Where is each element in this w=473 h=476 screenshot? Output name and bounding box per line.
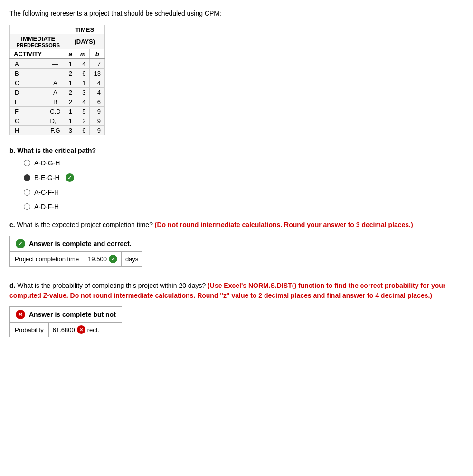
part-b-label: b. What is the critical path? — [9, 147, 464, 154]
part-d-suffix: rect. — [87, 326, 99, 333]
b-cell: 9 — [90, 107, 104, 116]
a-cell: 3 — [65, 126, 76, 135]
predecessors-cell: F,G — [46, 126, 65, 135]
a-cell: 2 — [65, 97, 76, 107]
part-c-answer-box: ✓ Answer is complete and correct. Projec… — [9, 236, 142, 267]
activity-cell: B — [10, 69, 46, 78]
activity-col-header: ACTIVITY — [10, 49, 46, 59]
part-d-answer-box: ✕ Answer is complete but not Probability… — [9, 306, 122, 337]
activity-cell: D — [10, 88, 46, 97]
a-cell: 1 — [65, 59, 76, 69]
part-c-field-value: 19.500 ✓ — [84, 252, 121, 266]
table-row: B — 2 6 13 — [10, 69, 105, 78]
m-cell: 1 — [76, 78, 90, 88]
part-d-answer-header: ✕ Answer is complete but not — [10, 307, 122, 323]
b-cell: 6 — [90, 97, 104, 107]
table-row: D A 2 3 4 — [10, 88, 105, 97]
part-d-field-value: 61.6800 ✕ rect. — [49, 323, 103, 337]
incorrect-icon: ✕ — [16, 310, 25, 319]
b-cell: 9 — [90, 126, 104, 135]
b-cell: 4 — [90, 88, 104, 97]
b-cell: 4 — [90, 78, 104, 88]
a-cell: 1 — [65, 78, 76, 88]
part-d-status: Answer is complete but not — [29, 311, 116, 318]
activity-cell: C — [10, 78, 46, 88]
part-c-value-check-icon: ✓ — [109, 255, 117, 263]
predecessors-cell: A — [46, 78, 65, 88]
m-cell: 6 — [76, 126, 90, 135]
table-row: H F,G 3 6 9 — [10, 126, 105, 135]
radio-label: A-D-G-H — [34, 159, 60, 167]
b-cell: 9 — [90, 116, 104, 126]
radio-option-opt2[interactable]: B-E-G-H✓ — [24, 173, 464, 182]
days-header: (DAYS) — [65, 34, 104, 49]
b-cell: 7 — [90, 59, 104, 69]
predecessors-col-header — [46, 49, 65, 59]
radio-correct-icon: ✓ — [66, 173, 74, 182]
radio-circle — [24, 203, 30, 210]
a-cell: 1 — [65, 107, 76, 116]
radio-circle — [24, 174, 30, 181]
part-d-section: d. What is the probability of completing… — [9, 281, 464, 342]
intro-text: The following represents a project that … — [9, 10, 464, 17]
a-cell: 1 — [65, 116, 76, 126]
predecessors-cell: B — [46, 97, 65, 107]
a-cell: 2 — [65, 69, 76, 78]
radio-label: A-D-F-H — [34, 203, 59, 210]
m-cell: 4 — [76, 59, 90, 69]
activity-cell: H — [10, 126, 46, 135]
predecessors-cell: — — [46, 69, 65, 78]
radio-circle — [24, 160, 30, 166]
predecessors-cell: C,D — [46, 107, 65, 116]
a-col-header: a — [65, 49, 76, 59]
part-d-answer-content: Probability 61.6800 ✕ rect. — [10, 323, 122, 337]
part-d-question: d. What is the probability of completing… — [9, 281, 464, 301]
radio-label: A-C-F-H — [34, 189, 59, 196]
m-cell: 2 — [76, 116, 90, 126]
predecessors-header: IMMEDIATE PREDECESSORS — [10, 34, 65, 49]
part-d-field-label: Probability — [10, 323, 49, 337]
activity-cell: F — [10, 107, 46, 116]
correct-icon: ✓ — [16, 239, 25, 248]
a-cell: 2 — [65, 88, 76, 97]
radio-group-b: A-D-G-HB-E-G-H✓A-C-F-HA-D-F-H — [24, 159, 464, 210]
part-c-status: Answer is complete and correct. — [29, 240, 132, 248]
m-cell: 3 — [76, 88, 90, 97]
times-header: TIMES — [65, 25, 104, 35]
m-col-header: m — [76, 49, 90, 59]
predecessors-cell: A — [46, 88, 65, 97]
activity-cell: E — [10, 97, 46, 107]
table-row: C A 1 1 4 — [10, 78, 105, 88]
m-cell: 4 — [76, 97, 90, 107]
part-c-section: c. What is the expected project completi… — [9, 220, 464, 271]
radio-option-opt4[interactable]: A-D-F-H — [24, 203, 464, 210]
radio-option-opt3[interactable]: A-C-F-H — [24, 189, 464, 196]
m-cell: 5 — [76, 107, 90, 116]
part-c-field-unit: days — [121, 252, 142, 266]
table-row: A — 1 4 7 — [10, 59, 105, 69]
predecessors-cell: — — [46, 59, 65, 69]
radio-circle — [24, 189, 30, 196]
b-cell: 13 — [90, 69, 104, 78]
m-cell: 6 — [76, 69, 90, 78]
activity-cell: G — [10, 116, 46, 126]
table-row: E B 2 4 6 — [10, 97, 105, 107]
table-row: F C,D 1 5 9 — [10, 107, 105, 116]
cpm-table: TIMES IMMEDIATE PREDECESSORS (DAYS) ACTI… — [9, 25, 105, 135]
radio-option-opt1[interactable]: A-D-G-H — [24, 159, 464, 167]
part-c-field-label: Project completion time — [10, 252, 84, 266]
part-c-question: c. What is the expected project completi… — [9, 220, 464, 230]
activity-cell: A — [10, 59, 46, 69]
predecessors-cell: D,E — [46, 116, 65, 126]
radio-label: B-E-G-H — [34, 174, 60, 181]
table-row: G D,E 1 2 9 — [10, 116, 105, 126]
part-d-value-x-icon: ✕ — [77, 325, 85, 334]
part-c-answer-header: ✓ Answer is complete and correct. — [10, 236, 142, 252]
b-col-header: b — [90, 49, 104, 59]
part-c-answer-content: Project completion time 19.500 ✓ days — [10, 252, 142, 266]
